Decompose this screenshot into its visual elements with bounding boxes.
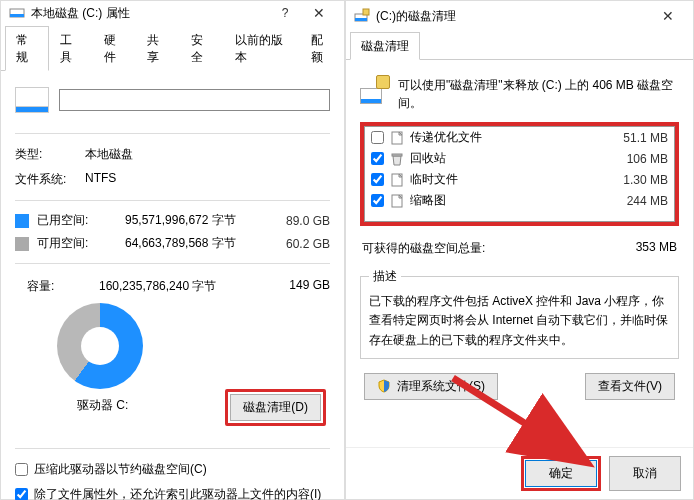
tab-quota[interactable]: 配额 [300,26,344,71]
titlebar[interactable]: (C:)的磁盘清理 ✕ [346,1,693,31]
free-label: 可用空间: [37,235,97,252]
window-title: 本地磁盘 (C:) 属性 [31,5,130,22]
total-space-label: 可获得的磁盘空间总量: [362,240,485,257]
cleanup-item-checkbox[interactable] [371,131,384,144]
free-human: 60.2 GB [276,237,330,251]
free-swatch [15,237,29,251]
cleanup-intro: 可以使用"磁盘清理"来释放 (C:) 上的 406 MB 磁盘空间。 [398,76,679,112]
drive-icon-large [15,87,49,113]
index-label: 除了文件属性外，还允许索引此驱动器上文件的内容(I) [34,486,321,500]
disk-cleanup-button[interactable]: 磁盘清理(D) [230,394,321,421]
description-legend: 描述 [369,267,401,286]
svg-rect-1 [10,14,24,17]
fs-label: 文件系统: [15,171,71,188]
free-bytes: 64,663,789,568 字节 [105,235,268,252]
disk-cleanup-icon [354,8,370,24]
ok-button-highlight: 确定 [521,456,601,491]
compress-label: 压缩此驱动器以节约磁盘空间(C) [34,461,207,478]
tab-security[interactable]: 安全 [180,26,224,71]
disk-cleanup-window: (C:)的磁盘清理 ✕ 磁盘清理 可以使用"磁盘清理"来释放 (C:) 上的 4… [345,0,694,500]
tab-disk-cleanup[interactable]: 磁盘清理 [350,32,420,60]
tab-strip: 磁盘清理 [346,31,693,60]
cleanup-body: 可以使用"磁盘清理"来释放 (C:) 上的 406 MB 磁盘空间。 传递优化文… [346,60,693,447]
cleanup-item[interactable]: 回收站106 MB [365,148,674,169]
view-files-button[interactable]: 查看文件(V) [585,373,675,400]
close-button[interactable]: ✕ [302,1,336,25]
shield-icon [377,379,391,393]
tab-sharing[interactable]: 共享 [136,26,180,71]
cleanup-item-name: 传递优化文件 [410,129,600,146]
clean-system-files-label: 清理系统文件(S) [397,378,485,395]
cleanup-item-checkbox[interactable] [371,152,384,165]
cleanup-item[interactable]: 传递优化文件51.1 MB [365,127,674,148]
cleanup-item-size: 106 MB [606,152,668,166]
titlebar[interactable]: 本地磁盘 (C:) 属性 ? ✕ [1,1,344,25]
description-text: 已下载的程序文件包括 ActiveX 控件和 Java 小程序，你查看特定网页时… [369,292,670,350]
tab-hardware[interactable]: 硬件 [93,26,137,71]
properties-window: 本地磁盘 (C:) 属性 ? ✕ 常规 工具 硬件 共享 安全 以前的版本 配额… [0,0,345,500]
cancel-button[interactable]: 取消 [609,456,681,491]
description-group: 描述 已下载的程序文件包括 ActiveX 控件和 Java 小程序，你查看特定… [360,267,679,359]
file-icon [390,173,404,187]
window-title: (C:)的磁盘清理 [376,8,456,25]
used-human: 89.0 GB [276,214,330,228]
close-button[interactable]: ✕ [651,4,685,28]
drive-icon [9,5,25,21]
file-icon [390,194,404,208]
cleanup-item-name: 缩略图 [410,192,600,209]
cleanup-item-name: 回收站 [410,150,600,167]
dialog-buttons: 确定 取消 [346,447,693,499]
index-checkbox-row[interactable]: 除了文件属性外，还允许索引此驱动器上文件的内容(I) [15,486,330,500]
tab-previous-versions[interactable]: 以前的版本 [224,26,300,71]
cleanup-item-size: 1.30 MB [606,173,668,187]
files-list-highlight: 传递优化文件51.1 MB回收站106 MB临时文件1.30 MB缩略图244 … [360,122,679,226]
files-to-delete-list[interactable]: 传递优化文件51.1 MB回收站106 MB临时文件1.30 MB缩略图244 … [364,126,675,222]
cleanup-item-name: 临时文件 [410,171,600,188]
clean-system-files-button[interactable]: 清理系统文件(S) [364,373,498,400]
type-label: 类型: [15,146,71,163]
svg-rect-3 [355,18,367,21]
ok-button[interactable]: 确定 [525,460,597,487]
type-value: 本地磁盘 [85,146,133,163]
capacity-bytes: 160,235,786,240 字节 [65,278,276,295]
fs-value: NTFS [85,171,116,188]
tab-general[interactable]: 常规 [5,26,49,71]
index-checkbox[interactable] [15,488,28,500]
file-icon [390,152,404,166]
cleanup-item[interactable]: 缩略图244 MB [365,190,674,211]
compress-checkbox[interactable] [15,463,28,476]
used-swatch [15,214,29,228]
cleanup-item[interactable]: 临时文件1.30 MB [365,169,674,190]
used-label: 已用空间: [37,212,97,229]
svg-rect-6 [392,154,402,156]
compress-checkbox-row[interactable]: 压缩此驱动器以节约磁盘空间(C) [15,461,330,478]
cleanup-item-size: 51.1 MB [606,131,668,145]
used-bytes: 95,571,996,672 字节 [105,212,268,229]
properties-body: 类型:本地磁盘 文件系统:NTFS 已用空间: 95,571,996,672 字… [1,71,344,500]
cleanup-item-size: 244 MB [606,194,668,208]
capacity-label: 容量: [15,278,65,295]
tab-tools[interactable]: 工具 [49,26,93,71]
cleanup-item-checkbox[interactable] [371,194,384,207]
tab-strip: 常规 工具 硬件 共享 安全 以前的版本 配额 [1,25,344,71]
help-button[interactable]: ? [268,1,302,25]
total-space-value: 353 MB [636,240,677,257]
svg-rect-4 [363,9,369,15]
usage-pie-chart [57,303,143,389]
file-icon [390,131,404,145]
volume-label-input[interactable] [59,89,330,111]
cleanup-icon-large [360,76,388,104]
cleanup-item-checkbox[interactable] [371,173,384,186]
disk-cleanup-highlight: 磁盘清理(D) [225,389,326,426]
capacity-human: 149 GB [276,278,330,295]
